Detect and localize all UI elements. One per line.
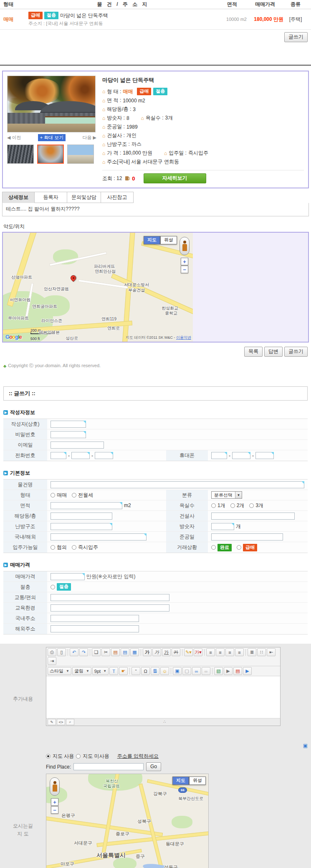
phone-input-1[interactable] <box>51 452 66 459</box>
write-button-mid[interactable]: 글쓰기 <box>284 347 308 357</box>
category-select[interactable]: 분류선택▼ <box>211 491 242 499</box>
spelling-icon[interactable]: T <box>109 667 118 675</box>
map-unuse-radio[interactable] <box>76 754 81 759</box>
font-dropdown[interactable]: 굴림▼ <box>72 667 91 675</box>
map-unuse-option[interactable]: 지도 미사용 <box>83 753 109 760</box>
tab-detail-info[interactable]: 상세정보 <box>2 192 35 203</box>
map1-zoom-in-button[interactable]: + <box>181 258 188 265</box>
editor-mode-icon[interactable]: ✎ <box>48 719 56 725</box>
preview-mode-icon[interactable]: ⌕ <box>66 719 74 725</box>
emoticon-icon[interactable]: ☺ <box>160 667 169 675</box>
editor-content-area[interactable] <box>46 676 280 718</box>
redo-icon[interactable]: ↷ <box>79 648 88 656</box>
indent-icon[interactable]: ⇥ <box>48 657 56 665</box>
new-document-icon[interactable]: ▯ <box>57 648 66 656</box>
style-dropdown[interactable]: 스타일▼ <box>48 667 71 675</box>
bold-icon[interactable]: 가 <box>143 648 152 656</box>
dong-floor-input[interactable] <box>51 513 112 520</box>
undo-icon[interactable]: ↶ <box>70 648 78 656</box>
education-input[interactable] <box>51 604 169 612</box>
tab-inquiry[interactable]: 문의및상담 <box>67 192 101 203</box>
overseas-addr-input[interactable] <box>51 625 139 632</box>
photo-thumbnail-1[interactable] <box>7 145 34 164</box>
map2-pegman-control[interactable] <box>50 777 60 796</box>
move-now-radio[interactable] <box>72 545 76 550</box>
area-input[interactable] <box>51 502 122 509</box>
align-left-icon[interactable]: ≡ <box>206 648 215 656</box>
phone-input-2[interactable] <box>71 452 90 459</box>
layer-icon[interactable]: ▣ <box>173 667 182 675</box>
traffic-input[interactable] <box>51 594 169 601</box>
table-icon[interactable]: ▦ <box>130 648 139 656</box>
map2-zoom-in-button[interactable]: + <box>51 798 58 806</box>
go-button[interactable]: Go <box>146 762 161 771</box>
deal-urgent-radio[interactable] <box>237 545 241 550</box>
tab-photo-ref[interactable]: 사진참고 <box>101 192 134 203</box>
bath-3-radio[interactable] <box>249 503 254 508</box>
underline-icon[interactable]: 가 <box>162 648 171 656</box>
email-input[interactable] <box>51 442 104 449</box>
domestic-overseas-input[interactable] <box>51 533 147 541</box>
type-rent-radio[interactable] <box>72 493 76 497</box>
builder-input[interactable] <box>211 513 295 520</box>
writer-name-input[interactable] <box>51 421 86 428</box>
video-icon[interactable]: ▶ <box>224 667 233 675</box>
quote-icon[interactable]: “ <box>131 667 140 675</box>
tab-registrant[interactable]: 등록자 <box>35 192 67 203</box>
italic-icon[interactable]: 가 <box>152 648 161 656</box>
nego-radio[interactable] <box>51 585 55 589</box>
phone-input-3[interactable] <box>95 452 113 459</box>
listing-title-link[interactable]: 마당이 넓은 단독주택 <box>60 12 108 19</box>
more-icon[interactable]: ▶ <box>243 667 252 675</box>
move-nego-radio[interactable] <box>51 545 55 550</box>
photo-prev-button[interactable]: ◀ 이전 <box>7 135 21 141</box>
deal-done-radio[interactable] <box>211 545 216 550</box>
type-sale-option[interactable]: 매매 <box>57 492 67 499</box>
view-detail-button[interactable]: 자세히보기 <box>144 173 206 183</box>
layer-off-icon[interactable]: ▢ <box>182 667 191 675</box>
move-nego-option[interactable]: 협의 <box>57 544 67 551</box>
strike-icon[interactable]: 가 <box>172 648 180 656</box>
map2-satellite-button[interactable]: 위성 <box>189 777 206 785</box>
write-button-top[interactable]: 글쓰기 <box>284 32 308 42</box>
photo-zoom-button[interactable]: + 확대 보기 <box>38 134 66 141</box>
type-sale-radio[interactable] <box>51 493 55 497</box>
bath-2-radio[interactable] <box>230 503 235 508</box>
ordered-list-icon[interactable]: ≣ <box>248 648 256 656</box>
paste-word-icon[interactable]: ▤ <box>121 648 129 656</box>
align-right-icon[interactable]: ≡ <box>225 648 234 656</box>
password-input[interactable] <box>51 431 86 438</box>
mobile-input-2[interactable] <box>232 452 250 459</box>
font-color-icon[interactable]: 가▾ <box>194 648 202 656</box>
completion-input[interactable] <box>211 533 283 541</box>
find-place-input[interactable] <box>73 763 144 770</box>
domestic-addr-input[interactable] <box>51 615 139 622</box>
file-icon[interactable]: ▤ <box>233 667 242 675</box>
special-char-icon[interactable]: Ω <box>141 667 150 675</box>
map2-map-button[interactable]: 지도 <box>172 777 189 785</box>
map1-map-button[interactable]: 지도 <box>144 236 160 244</box>
property-photo[interactable] <box>7 76 96 132</box>
map2-zoom-out-button[interactable]: − <box>51 806 58 814</box>
text-frame-icon[interactable]: 틀 <box>151 667 159 675</box>
highlight-pen-icon[interactable]: ✎▾ <box>184 648 193 656</box>
align-justify-icon[interactable]: ≡ <box>235 648 244 656</box>
reply-button[interactable]: 답변 <box>264 347 283 357</box>
mobile-input-1[interactable] <box>211 452 227 459</box>
link-icon[interactable]: ∞ <box>192 667 201 675</box>
photo-icon[interactable]: ▧ <box>214 667 223 675</box>
align-center-icon[interactable]: ≡ <box>216 648 225 656</box>
type-rent-option[interactable]: 전월세 <box>78 492 93 499</box>
location-map-canvas[interactable]: 지도 위성 + − Google 200 m 500 ft 지도 데이터 ©20… <box>3 233 193 342</box>
editor-resize-handle[interactable]: ∴ <box>163 719 166 724</box>
heating-input[interactable] <box>51 523 112 530</box>
property-name-input[interactable] <box>51 481 304 488</box>
unlink-icon[interactable]: ∞ <box>202 667 210 675</box>
copy-icon[interactable]: ❏ <box>92 648 101 656</box>
photo-thumbnail-2-selected[interactable] <box>37 145 64 164</box>
map1-pegman-control[interactable] <box>180 237 190 255</box>
move-now-option[interactable]: 즉시입주 <box>78 544 98 551</box>
map1-zoom-out-button[interactable]: − <box>181 266 188 273</box>
map-use-radio[interactable] <box>46 754 51 759</box>
bath-2-option[interactable]: 2개 <box>237 502 245 509</box>
